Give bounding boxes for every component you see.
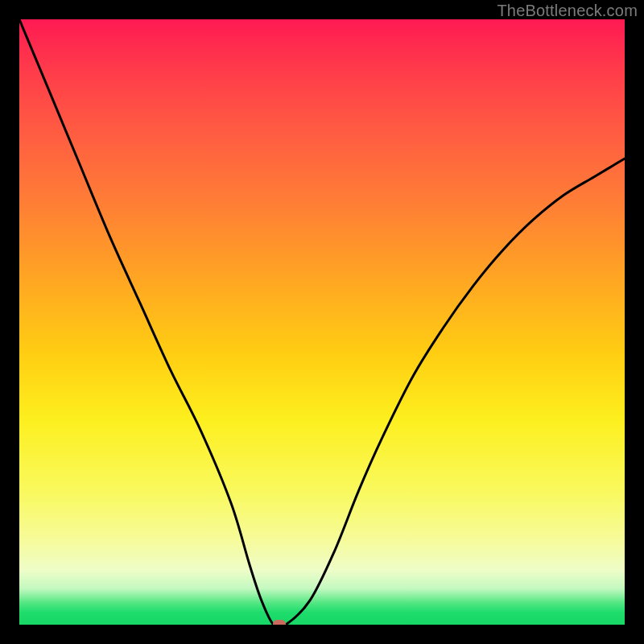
bottleneck-curve: [19, 19, 625, 625]
watermark-text: TheBottleneck.com: [497, 2, 638, 20]
optimal-point-marker: [273, 620, 286, 625]
plot-area: [19, 19, 625, 625]
chart-frame: TheBottleneck.com: [0, 0, 644, 644]
